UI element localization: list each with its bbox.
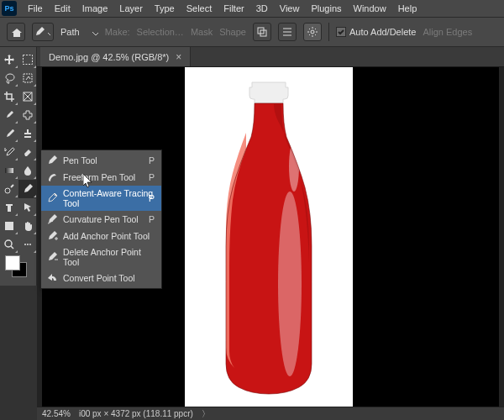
make-mask-button[interactable]: Mask xyxy=(191,27,213,37)
gradient-tool[interactable] xyxy=(0,161,18,180)
menu-type[interactable]: Type xyxy=(149,0,181,17)
canvas[interactable] xyxy=(185,67,353,407)
flyout-pen-tool[interactable]: Pen ToolP xyxy=(41,152,161,169)
convert-icon xyxy=(46,272,58,284)
flyout-item-label: Delete Anchor Point Tool xyxy=(63,247,156,267)
status-zoom[interactable]: 42.54% xyxy=(42,409,71,418)
close-tab-icon[interactable]: × xyxy=(176,51,181,63)
mode-dropdown[interactable]: Path xyxy=(60,27,98,37)
menu-layer[interactable]: Layer xyxy=(113,0,149,17)
auto-add-delete-label: Auto Add/Delete xyxy=(349,27,417,37)
eraser-tool[interactable] xyxy=(18,143,37,161)
menu-file[interactable]: File xyxy=(22,0,49,17)
healing-brush-tool[interactable] xyxy=(18,106,37,124)
menu-help[interactable]: Help xyxy=(392,0,423,17)
document-tab[interactable]: Demo.jpg @ 42.5% (RGB/8*) × xyxy=(40,47,191,66)
auto-add-delete-checkbox[interactable]: Auto Add/Delete xyxy=(336,27,417,37)
path-operations-button[interactable] xyxy=(253,23,271,41)
flyout-freeform-pen-tool[interactable]: Freeform Pen ToolP xyxy=(41,169,161,186)
type-tool[interactable] xyxy=(0,198,18,217)
flyout-item-label: Add Anchor Point Tool xyxy=(63,231,150,241)
document-tab-bar: Demo.jpg @ 42.5% (RGB/8*) × xyxy=(0,47,504,67)
flyout-delete-anchor-point-tool[interactable]: Delete Anchor Point Tool xyxy=(41,244,161,270)
make-label: Make: xyxy=(105,27,130,37)
menu-image[interactable]: Image xyxy=(76,0,114,17)
flyout-add-anchor-point-tool[interactable]: Add Anchor Point Tool xyxy=(41,228,161,244)
addanchor-icon xyxy=(46,230,58,242)
dodge-tool[interactable] xyxy=(0,180,18,198)
separator xyxy=(328,23,329,41)
flyout-item-label: Curvature Pen Tool xyxy=(63,214,139,224)
object-select-tool[interactable] xyxy=(18,69,37,87)
document-tab-title: Demo.jpg @ 42.5% (RGB/8*) xyxy=(49,52,169,62)
delanchor-icon xyxy=(46,251,58,263)
svg-point-15 xyxy=(289,141,299,192)
flyout-shortcut: P xyxy=(149,172,155,182)
blur-tool[interactable] xyxy=(18,161,37,180)
menu-bar: Ps FileEditImageLayerTypeSelectFilter3DV… xyxy=(0,0,504,17)
marquee-tool[interactable] xyxy=(18,50,37,69)
path-arrangement-button[interactable] xyxy=(303,23,322,41)
flyout-curvature-pen-tool[interactable]: Curvature Pen ToolP xyxy=(41,211,161,228)
flyout-shortcut: P xyxy=(149,214,155,224)
color-swatches[interactable] xyxy=(0,254,37,282)
bottle-image xyxy=(206,74,332,406)
app-logo: Ps xyxy=(2,1,17,16)
zoom-tool[interactable] xyxy=(0,235,18,254)
path-select-tool[interactable] xyxy=(18,198,37,217)
edit-toolbar[interactable] xyxy=(18,235,37,254)
menu-view[interactable]: View xyxy=(274,0,306,17)
pen-icon xyxy=(46,155,58,166)
status-menu-icon[interactable]: 〉 xyxy=(202,408,210,420)
shape-tool[interactable] xyxy=(0,217,18,235)
flyout-shortcut: P xyxy=(149,193,155,203)
tools-panel xyxy=(0,47,37,286)
history-brush-tool[interactable] xyxy=(0,143,18,161)
menu-plugins[interactable]: Plugins xyxy=(305,0,347,17)
crop-tool[interactable] xyxy=(0,87,18,106)
align-edges-checkbox[interactable]: Align Edges xyxy=(423,27,472,37)
pen-tool-flyout[interactable]: Pen ToolPFreeform Pen ToolPContent-Aware… xyxy=(40,150,162,289)
status-bar: 42.54% i00 px × 4372 px (118.11 ppcr) 〉 xyxy=(37,407,504,420)
curvpen-icon xyxy=(46,213,58,225)
freepen-icon xyxy=(46,171,58,183)
flyout-item-label: Pen Tool xyxy=(63,155,97,165)
menu-filter[interactable]: Filter xyxy=(218,0,249,17)
frame-tool[interactable] xyxy=(18,87,37,106)
pen-tool[interactable] xyxy=(18,180,37,198)
mouse-cursor xyxy=(83,174,95,191)
flyout-item-label: Freeform Pen Tool xyxy=(63,172,135,182)
make-shape-button[interactable]: Shape xyxy=(219,27,246,37)
svg-point-14 xyxy=(278,192,302,376)
menu-edit[interactable]: Edit xyxy=(49,0,76,17)
flyout-shortcut: P xyxy=(149,155,155,165)
current-tool-icon[interactable] xyxy=(32,23,54,41)
path-alignment-button[interactable] xyxy=(278,23,297,41)
menu-3d[interactable]: 3D xyxy=(250,0,274,17)
lasso-tool[interactable] xyxy=(0,69,18,87)
foreground-color-swatch[interactable] xyxy=(5,255,20,270)
make-selection-button[interactable]: Selection… xyxy=(137,27,184,37)
flyout-content-aware-tracing-tool[interactable]: Content-Aware Tracing ToolP xyxy=(41,186,161,211)
move-tool[interactable] xyxy=(0,50,18,69)
status-dimensions: i00 px × 4372 px (118.11 ppcr) xyxy=(79,409,193,418)
brush-tool[interactable] xyxy=(0,124,18,143)
options-bar: Path Make: Selection… Mask Shape Auto Ad… xyxy=(0,17,504,47)
eyedropper-tool[interactable] xyxy=(0,106,18,124)
clone-stamp-tool[interactable] xyxy=(18,124,37,143)
menu-window[interactable]: Window xyxy=(348,0,392,17)
home-button[interactable] xyxy=(7,23,25,41)
flyout-item-label: Convert Point Tool xyxy=(63,273,135,283)
catrace-icon xyxy=(46,192,58,204)
checkbox-icon xyxy=(336,27,346,37)
flyout-convert-point-tool[interactable]: Convert Point Tool xyxy=(41,270,161,286)
flyout-item-label: Content-Aware Tracing Tool xyxy=(63,188,156,208)
hand-tool[interactable] xyxy=(18,217,37,235)
menu-select[interactable]: Select xyxy=(181,0,218,17)
